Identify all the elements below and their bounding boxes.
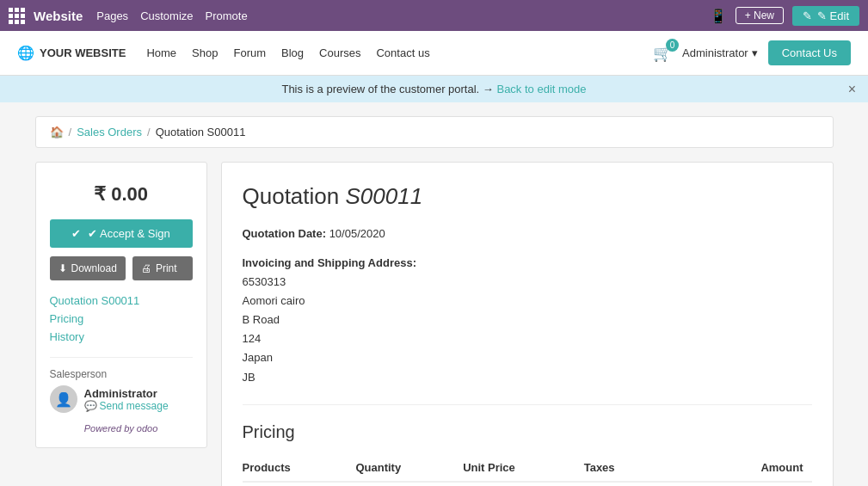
checkmark-icon: ✔ [71,227,81,240]
address-line-3: 124 [243,332,262,345]
salesperson-name: Administrator [84,387,169,400]
salesperson-section: Salesperson 👤 Administrator 💬 Send messa… [50,357,193,413]
edit-button[interactable]: ✎ ✎ Edit [792,6,859,26]
quotation-code: S00011 [345,183,422,209]
sidebar-link-quotation[interactable]: Quotation S00011 [50,294,193,307]
nav-courses[interactable]: Courses [319,46,360,59]
admin-dropdown[interactable]: Administrator ▾ [682,46,758,59]
address-label: Invoicing and Shipping Address: [243,256,416,269]
home-icon[interactable]: 🏠 [50,126,64,138]
globe-icon: 🌐 [17,45,34,61]
divider [243,404,812,405]
nav-forum[interactable]: Forum [233,46,266,59]
message-icon: 💬 [84,400,97,412]
website-logo: 🌐 YOUR WEBSITE [17,45,126,61]
subtotal-value: ₹ 0.00 [696,482,811,486]
website-nav: 🌐 YOUR WEBSITE Home Shop Forum Blog Cour… [0,31,868,76]
sep1: / [69,126,72,138]
salesperson-details: Administrator 💬 Send message [84,387,169,412]
website-name: YOUR WEBSITE [40,46,126,59]
address-line-0: 6530313 [243,275,286,288]
website-nav-right: 🛒 0 Administrator ▾ Contact Us [653,40,851,65]
mobile-icon: 📱 [710,8,727,24]
main-panel: Quotation S00011 Quotation Date: 10/05/2… [221,162,834,486]
sidebar-card: ₹ 0.00 ✔ ✔ Accept & Sign ⬇ Download 🖨 Pr… [35,162,207,448]
pricing-title: Pricing [243,422,812,442]
close-icon[interactable]: × [848,82,856,97]
col-products: Products [243,454,356,482]
amount-display: ₹ 0.00 [50,176,193,219]
arrow-icon: → [483,83,497,95]
top-bar-site-name: Website [34,9,83,23]
back-to-edit-link[interactable]: Back to edit mode [496,83,586,95]
col-amount: Amount [696,454,811,482]
accept-sign-button[interactable]: ✔ ✔ Accept & Sign [50,219,193,248]
quotation-date-label: Quotation Date: [243,227,327,240]
quotation-date-value: 10/05/2020 [329,227,385,240]
salesperson-label: Salesperson [50,368,193,380]
breadcrumb-quotation: Quotation S00011 [156,126,246,138]
address-line-5: JB [243,371,255,384]
pricing-table: Products Quantity Unit Price Taxes Amoun… [243,454,812,486]
table-header-row: Products Quantity Unit Price Taxes Amoun… [243,454,812,482]
breadcrumb-sales-orders[interactable]: Sales Orders [77,126,142,138]
top-bar-logo: Website [9,8,83,24]
website-nav-links: Home Shop Forum Blog Courses Contact us [146,46,429,59]
avatar: 👤 [50,385,77,413]
nav-home[interactable]: Home [146,46,176,59]
sidebar-link-pricing[interactable]: Pricing [50,312,193,325]
salesperson-info: 👤 Administrator 💬 Send message [50,385,193,413]
download-button[interactable]: ⬇ Download [50,256,126,280]
preview-text: This is a preview of the customer portal… [281,83,479,95]
nav-blog[interactable]: Blog [281,46,304,59]
nav-customize[interactable]: Customize [140,9,193,22]
print-icon: 🖨 [141,262,151,274]
main-content: 🏠 / Sales Orders / Quotation S00011 ₹ 0.… [22,102,847,486]
quotation-date-row: Quotation Date: 10/05/2020 [243,227,812,240]
nav-pages[interactable]: Pages [96,9,128,22]
sep2: / [147,126,151,138]
sidebar: ₹ 0.00 ✔ ✔ Accept & Sign ⬇ Download 🖨 Pr… [35,162,207,486]
address-line-4: Japan [243,351,273,364]
top-bar-right: 📱 + New ✎ ✎ Edit [710,6,859,26]
page-layout: ₹ 0.00 ✔ ✔ Accept & Sign ⬇ Download 🖨 Pr… [35,162,834,486]
nav-contact[interactable]: Contact us [376,46,429,59]
col-unit-price: Unit Price [463,454,584,482]
quotation-title: Quotation S00011 [243,183,812,210]
sidebar-link-history[interactable]: History [50,330,193,343]
sidebar-links: Quotation S00011 Pricing History [50,294,193,343]
action-buttons: ⬇ Download 🖨 Print [50,256,193,280]
download-icon: ⬇ [58,262,67,274]
col-taxes: Taxes [584,454,697,482]
address-section: Invoicing and Shipping Address: 6530313 … [243,254,812,387]
pencil-icon: ✎ [803,9,812,22]
powered-by: Powered by odoo [50,423,193,434]
grid-icon [9,8,25,24]
cart-icon[interactable]: 🛒 0 [653,44,672,63]
odoo-brand: odoo [137,423,157,434]
new-button[interactable]: + New [736,7,784,24]
preview-banner: This is a preview of the customer portal… [0,76,868,102]
chevron-down-icon: ▾ [752,46,758,59]
top-bar: Website Pages Customize Promote 📱 + New … [0,0,868,31]
top-bar-left: Website Pages Customize Promote [9,8,248,24]
contact-us-button[interactable]: Contact Us [768,40,851,65]
nav-shop[interactable]: Shop [192,46,218,59]
send-message-link[interactable]: 💬 Send message [84,400,169,412]
cart-badge: 0 [666,39,679,52]
address-line-1: Aomori cairo [243,294,305,307]
print-button[interactable]: 🖨 Print [132,256,193,280]
breadcrumb: 🏠 / Sales Orders / Quotation S00011 [35,116,834,148]
address-line-2: B Road [243,313,280,326]
nav-promote[interactable]: Promote [206,9,248,22]
top-bar-nav: Pages Customize Promote [96,9,247,22]
col-quantity: Quantity [355,454,463,482]
subtotal-label-cell: Subtotal [584,482,697,486]
subtotal-row: Subtotal ₹ 0.00 [243,482,812,486]
